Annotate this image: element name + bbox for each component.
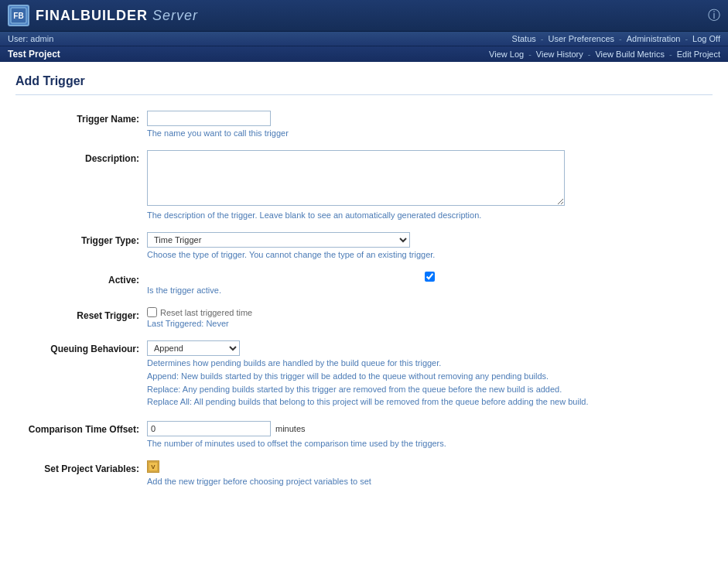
- reset-trigger-label: Reset Trigger:: [15, 301, 147, 334]
- nav-status[interactable]: Status: [512, 34, 536, 43]
- help-icon[interactable]: ⓘ: [708, 8, 720, 24]
- comparison-offset-hint: The number of minutes used to offset the…: [147, 439, 713, 448]
- queuing-desc: Append: New builds started by this trigg…: [147, 370, 713, 409]
- nav-administration[interactable]: Administration: [627, 34, 681, 43]
- queuing-desc-replace: Replace: Any pending builds started by t…: [147, 383, 713, 396]
- description-hint: The description of the trigger. Leave bl…: [147, 210, 713, 220]
- nav-view-build-metrics[interactable]: View Build Metrics: [595, 50, 665, 59]
- trigger-name-hint: The name you want to call this trigger: [147, 128, 713, 138]
- logo-area: FB FINALBUILDER Server: [8, 5, 198, 26]
- sep2: -: [619, 34, 622, 43]
- nav-view-log[interactable]: View Log: [489, 50, 524, 59]
- trigger-name-row: Trigger Name: The name you want to call …: [15, 104, 713, 144]
- nav-log-off[interactable]: Log Off: [692, 34, 720, 43]
- queuing-desc-append: Append: New builds started by this trigg…: [147, 370, 713, 383]
- queuing-row: Queuing Behaviour: Append Replace Replac…: [15, 334, 713, 415]
- nav-view-history[interactable]: View History: [536, 50, 583, 59]
- nav-user-preferences[interactable]: User Preferences: [548, 34, 614, 43]
- comparison-offset-input[interactable]: [147, 421, 271, 436]
- trigger-type-label: Trigger Type:: [15, 226, 147, 265]
- active-hint: Is the trigger active.: [147, 286, 713, 295]
- user-info: User: admin: [8, 34, 53, 43]
- minutes-label: minutes: [275, 424, 306, 433]
- nav-edit-project[interactable]: Edit Project: [677, 50, 720, 59]
- trigger-type-row: Trigger Type: Time Trigger Poll Trigger …: [15, 226, 713, 265]
- app-title: FINALBUILDER Server: [36, 8, 198, 24]
- set-project-vars-row: Set Project Variables: V Add the new tri…: [15, 454, 713, 492]
- trigger-name-input[interactable]: [147, 111, 271, 126]
- last-triggered-text: Last Triggered: Never: [147, 319, 713, 328]
- queuing-desc-replace-all: Replace All: All pending builds that bel…: [147, 395, 713, 409]
- set-project-vars-hint: Add the new trigger before choosing proj…: [147, 477, 713, 486]
- psep2: -: [588, 50, 591, 59]
- reset-trigger-checkbox-label: Reset last triggered time: [160, 308, 252, 317]
- sep1: -: [541, 34, 544, 43]
- queuing-hint: Determines how pending builds are handle…: [147, 358, 713, 368]
- project-name: Test Project: [8, 49, 60, 60]
- active-label: Active:: [15, 265, 147, 301]
- set-project-vars-label: Set Project Variables:: [15, 454, 147, 492]
- app-logo-icon: FB: [8, 5, 29, 26]
- description-input[interactable]: [147, 150, 565, 206]
- comparison-offset-row: Comparison Time Offset: minutes The numb…: [15, 415, 713, 454]
- trigger-name-label: Trigger Name:: [15, 104, 147, 144]
- active-row: Active: Is the trigger active.: [15, 265, 713, 301]
- psep1: -: [528, 50, 531, 59]
- sep3: -: [685, 34, 688, 43]
- trigger-type-hint: Choose the type of trigger. You cannot c…: [147, 250, 713, 259]
- add-trigger-form: Trigger Name: The name you want to call …: [15, 104, 713, 492]
- reset-trigger-checkbox[interactable]: [147, 307, 157, 317]
- description-label: Description:: [15, 144, 147, 226]
- psep3: -: [669, 50, 672, 59]
- queuing-label: Queuing Behaviour:: [15, 334, 147, 415]
- page-title: Add Trigger: [15, 74, 713, 95]
- active-checkbox[interactable]: [147, 272, 713, 282]
- queuing-select[interactable]: Append Replace Replace All: [147, 340, 240, 356]
- comparison-offset-label: Comparison Time Offset:: [15, 415, 147, 454]
- trigger-type-select[interactable]: Time Trigger Poll Trigger Manual Trigger…: [147, 232, 410, 248]
- description-row: Description: The description of the trig…: [15, 144, 713, 226]
- reset-trigger-row: Reset Trigger: Reset last triggered time…: [15, 301, 713, 334]
- project-vars-icon[interactable]: V: [147, 460, 159, 473]
- svg-text:V: V: [151, 463, 156, 470]
- svg-text:FB: FB: [13, 12, 23, 20]
